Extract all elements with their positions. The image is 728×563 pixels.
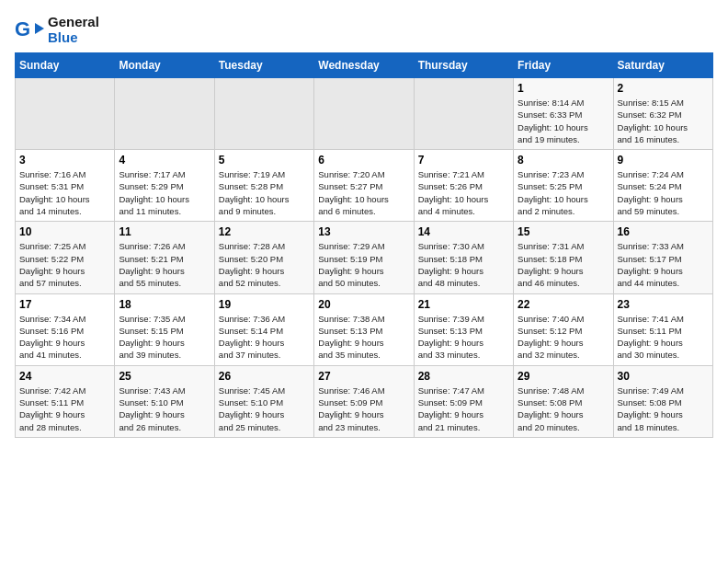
week-row-4: 17Sunrise: 7:34 AM Sunset: 5:16 PM Dayli… <box>16 293 713 365</box>
svg-marker-1 <box>35 23 44 34</box>
day-info: Sunrise: 7:29 AM Sunset: 5:19 PM Dayligh… <box>318 240 409 289</box>
day-cell: 15Sunrise: 7:31 AM Sunset: 5:18 PM Dayli… <box>514 222 613 293</box>
day-cell: 17Sunrise: 7:34 AM Sunset: 5:16 PM Dayli… <box>16 293 115 365</box>
logo: G General Blue <box>15 15 99 45</box>
day-cell: 16Sunrise: 7:33 AM Sunset: 5:17 PM Dayli… <box>613 222 712 293</box>
day-info: Sunrise: 7:19 AM Sunset: 5:28 PM Dayligh… <box>219 168 310 217</box>
day-number: 27 <box>318 370 409 383</box>
day-info: Sunrise: 7:30 AM Sunset: 5:18 PM Dayligh… <box>418 240 509 289</box>
day-number: 23 <box>618 298 709 311</box>
day-cell: 12Sunrise: 7:28 AM Sunset: 5:20 PM Dayli… <box>214 222 313 293</box>
day-info: Sunrise: 7:48 AM Sunset: 5:08 PM Dayligh… <box>518 385 609 433</box>
day-info: Sunrise: 8:15 AM Sunset: 6:32 PM Dayligh… <box>618 97 709 145</box>
day-cell: 6Sunrise: 7:20 AM Sunset: 5:27 PM Daylig… <box>314 150 414 222</box>
day-cell: 29Sunrise: 7:48 AM Sunset: 5:08 PM Dayli… <box>514 365 613 437</box>
day-cell: 13Sunrise: 7:29 AM Sunset: 5:19 PM Dayli… <box>314 222 414 293</box>
day-number: 2 <box>618 82 709 95</box>
day-cell: 9Sunrise: 7:24 AM Sunset: 5:24 PM Daylig… <box>613 150 712 222</box>
day-cell: 24Sunrise: 7:42 AM Sunset: 5:11 PM Dayli… <box>16 365 115 437</box>
day-number: 13 <box>318 225 409 238</box>
day-cell <box>414 78 513 150</box>
day-info: Sunrise: 7:31 AM Sunset: 5:18 PM Dayligh… <box>518 240 609 289</box>
day-number: 10 <box>19 225 110 238</box>
header-tuesday: Tuesday <box>214 53 313 78</box>
day-info: Sunrise: 7:21 AM Sunset: 5:26 PM Dayligh… <box>418 168 509 217</box>
header-monday: Monday <box>115 53 214 78</box>
day-cell <box>16 78 115 150</box>
day-cell: 5Sunrise: 7:19 AM Sunset: 5:28 PM Daylig… <box>214 150 313 222</box>
day-cell: 30Sunrise: 7:49 AM Sunset: 5:08 PM Dayli… <box>613 365 712 437</box>
calendar: SundayMondayTuesdayWednesdayThursdayFrid… <box>15 52 713 438</box>
day-number: 4 <box>119 154 210 167</box>
day-number: 7 <box>418 154 509 167</box>
day-cell: 14Sunrise: 7:30 AM Sunset: 5:18 PM Dayli… <box>414 222 513 293</box>
day-number: 29 <box>518 370 609 383</box>
day-number: 9 <box>618 154 709 167</box>
day-cell: 21Sunrise: 7:39 AM Sunset: 5:13 PM Dayli… <box>414 293 513 365</box>
day-number: 17 <box>19 298 110 311</box>
day-cell <box>115 78 214 150</box>
day-number: 25 <box>119 370 210 383</box>
day-cell: 1Sunrise: 8:14 AM Sunset: 6:33 PM Daylig… <box>514 78 613 150</box>
day-info: Sunrise: 7:49 AM Sunset: 5:08 PM Dayligh… <box>618 385 709 433</box>
day-info: Sunrise: 7:33 AM Sunset: 5:17 PM Dayligh… <box>618 240 709 289</box>
header-thursday: Thursday <box>414 53 513 78</box>
day-number: 1 <box>518 82 609 95</box>
day-info: Sunrise: 7:42 AM Sunset: 5:11 PM Dayligh… <box>19 385 110 433</box>
day-info: Sunrise: 7:45 AM Sunset: 5:10 PM Dayligh… <box>219 385 310 433</box>
logo-icon: G <box>15 16 44 45</box>
day-info: Sunrise: 7:25 AM Sunset: 5:22 PM Dayligh… <box>19 240 110 289</box>
day-number: 5 <box>219 154 310 167</box>
day-info: Sunrise: 7:24 AM Sunset: 5:24 PM Dayligh… <box>618 168 709 217</box>
week-row-3: 10Sunrise: 7:25 AM Sunset: 5:22 PM Dayli… <box>16 222 713 293</box>
calendar-header-row: SundayMondayTuesdayWednesdayThursdayFrid… <box>16 53 713 78</box>
day-number: 19 <box>219 298 310 311</box>
day-number: 12 <box>219 225 310 238</box>
svg-text:G: G <box>15 17 30 40</box>
header-friday: Friday <box>514 53 613 78</box>
day-info: Sunrise: 7:16 AM Sunset: 5:31 PM Dayligh… <box>19 168 110 217</box>
day-cell: 26Sunrise: 7:45 AM Sunset: 5:10 PM Dayli… <box>214 365 313 437</box>
day-number: 28 <box>418 370 509 383</box>
day-cell: 27Sunrise: 7:46 AM Sunset: 5:09 PM Dayli… <box>314 365 414 437</box>
day-cell: 2Sunrise: 8:15 AM Sunset: 6:32 PM Daylig… <box>613 78 712 150</box>
logo-general: General <box>48 15 99 30</box>
header-wednesday: Wednesday <box>314 53 414 78</box>
day-number: 6 <box>318 154 409 167</box>
day-number: 8 <box>518 154 609 167</box>
day-cell: 22Sunrise: 7:40 AM Sunset: 5:12 PM Dayli… <box>514 293 613 365</box>
day-number: 18 <box>119 298 210 311</box>
day-cell: 11Sunrise: 7:26 AM Sunset: 5:21 PM Dayli… <box>115 222 214 293</box>
day-number: 22 <box>518 298 609 311</box>
day-info: Sunrise: 7:35 AM Sunset: 5:15 PM Dayligh… <box>119 313 210 362</box>
day-cell: 23Sunrise: 7:41 AM Sunset: 5:11 PM Dayli… <box>613 293 712 365</box>
day-info: Sunrise: 7:43 AM Sunset: 5:10 PM Dayligh… <box>119 385 210 433</box>
day-number: 26 <box>219 370 310 383</box>
day-info: Sunrise: 7:47 AM Sunset: 5:09 PM Dayligh… <box>418 385 509 433</box>
day-number: 20 <box>318 298 409 311</box>
day-number: 11 <box>119 225 210 238</box>
day-cell: 20Sunrise: 7:38 AM Sunset: 5:13 PM Dayli… <box>314 293 414 365</box>
day-number: 16 <box>618 225 709 238</box>
day-cell <box>314 78 414 150</box>
day-cell <box>214 78 313 150</box>
day-info: Sunrise: 7:38 AM Sunset: 5:13 PM Dayligh… <box>318 313 409 362</box>
day-info: Sunrise: 7:20 AM Sunset: 5:27 PM Dayligh… <box>318 168 409 217</box>
day-number: 3 <box>19 154 110 167</box>
day-cell: 10Sunrise: 7:25 AM Sunset: 5:22 PM Dayli… <box>16 222 115 293</box>
header: G General Blue <box>15 15 713 45</box>
day-cell: 4Sunrise: 7:17 AM Sunset: 5:29 PM Daylig… <box>115 150 214 222</box>
day-info: Sunrise: 7:41 AM Sunset: 5:11 PM Dayligh… <box>618 313 709 362</box>
day-number: 14 <box>418 225 509 238</box>
week-row-5: 24Sunrise: 7:42 AM Sunset: 5:11 PM Dayli… <box>16 365 713 437</box>
day-cell: 18Sunrise: 7:35 AM Sunset: 5:15 PM Dayli… <box>115 293 214 365</box>
day-cell: 25Sunrise: 7:43 AM Sunset: 5:10 PM Dayli… <box>115 365 214 437</box>
day-info: Sunrise: 7:39 AM Sunset: 5:13 PM Dayligh… <box>418 313 509 362</box>
week-row-1: 1Sunrise: 8:14 AM Sunset: 6:33 PM Daylig… <box>16 78 713 150</box>
day-cell: 19Sunrise: 7:36 AM Sunset: 5:14 PM Dayli… <box>214 293 313 365</box>
day-cell: 7Sunrise: 7:21 AM Sunset: 5:26 PM Daylig… <box>414 150 513 222</box>
day-info: Sunrise: 7:40 AM Sunset: 5:12 PM Dayligh… <box>518 313 609 362</box>
day-info: Sunrise: 7:26 AM Sunset: 5:21 PM Dayligh… <box>119 240 210 289</box>
day-cell: 8Sunrise: 7:23 AM Sunset: 5:25 PM Daylig… <box>514 150 613 222</box>
day-info: Sunrise: 7:17 AM Sunset: 5:29 PM Dayligh… <box>119 168 210 217</box>
